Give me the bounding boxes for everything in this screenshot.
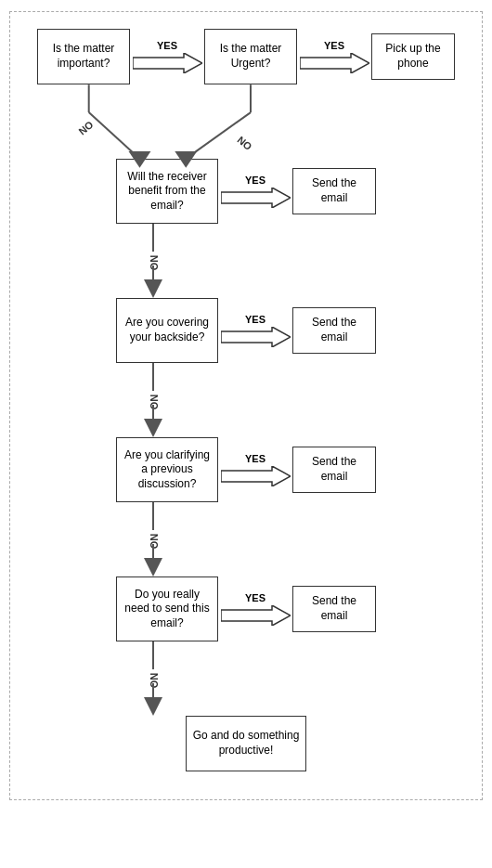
row-q4: Are you covering your backside? YES Send… bbox=[19, 298, 473, 363]
node-q4: Are you covering your backside? bbox=[116, 298, 218, 363]
svg-marker-24 bbox=[144, 697, 162, 716]
node-send2: Send the email bbox=[292, 307, 376, 354]
row-q5: Are you clarifying a previous discussion… bbox=[19, 437, 473, 502]
arrow-yes-3: YES bbox=[218, 173, 292, 210]
flowchart-container: Is the matter important? YES Is the matt… bbox=[9, 11, 483, 800]
vert-no-1: NO bbox=[0, 224, 473, 298]
node-q6: Do you really need to send this email? bbox=[116, 577, 218, 641]
svg-marker-10 bbox=[221, 188, 291, 208]
row-q6: Do you really need to send this email? Y… bbox=[19, 577, 473, 641]
svg-marker-1 bbox=[300, 53, 369, 73]
arrow-yes-1: YES bbox=[130, 38, 204, 75]
vert-no-3: NO bbox=[0, 502, 473, 577]
node-q2: Is the matter Urgent? bbox=[204, 29, 297, 84]
arrow-yes-4: YES bbox=[218, 312, 292, 349]
arrow-yes-5: YES bbox=[218, 451, 292, 488]
arrow-yes-6: YES bbox=[218, 590, 292, 628]
svg-marker-18 bbox=[221, 466, 291, 486]
vert-no-2: NO bbox=[0, 363, 473, 437]
svg-marker-8 bbox=[175, 151, 197, 168]
node-send3: Send the email bbox=[292, 447, 376, 493]
svg-marker-12 bbox=[144, 279, 162, 298]
node-q5: Are you clarifying a previous discussion… bbox=[116, 437, 218, 502]
row-end: Go and do something productive! bbox=[19, 716, 473, 771]
arrow-yes-2: YES bbox=[297, 38, 371, 75]
svg-marker-20 bbox=[144, 558, 162, 577]
svg-marker-0 bbox=[133, 53, 202, 73]
svg-marker-16 bbox=[144, 419, 162, 437]
node-q1: Is the matter important? bbox=[37, 29, 130, 84]
vert-no-4: NO bbox=[0, 641, 473, 716]
node-pickup: Pick up the phone bbox=[371, 33, 455, 80]
node-end: Go and do something productive! bbox=[186, 716, 306, 771]
svg-marker-14 bbox=[221, 327, 291, 347]
diagonal-no-section: NO NO bbox=[19, 84, 473, 187]
top-row: Is the matter important? YES Is the matt… bbox=[19, 29, 473, 84]
node-send4: Send the email bbox=[292, 586, 376, 632]
svg-text:NO: NO bbox=[76, 118, 96, 136]
svg-text:NO: NO bbox=[235, 134, 254, 152]
svg-marker-4 bbox=[129, 151, 151, 168]
svg-marker-22 bbox=[221, 605, 291, 626]
